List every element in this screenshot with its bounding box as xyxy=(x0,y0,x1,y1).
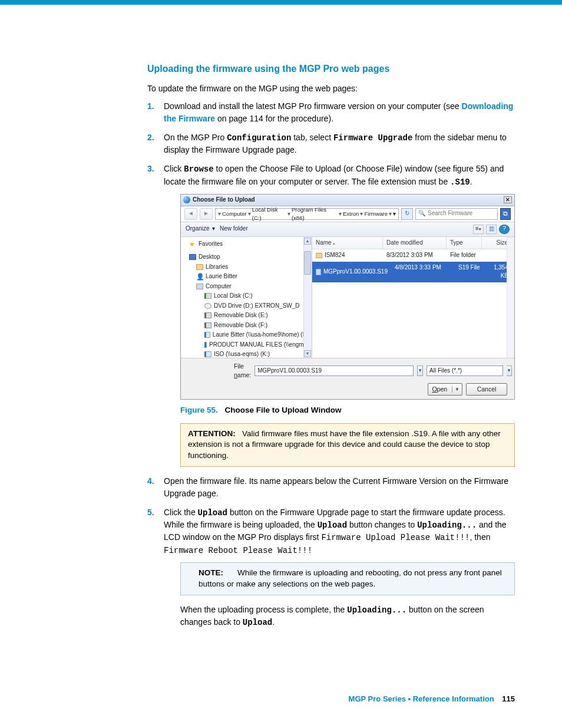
scroll-thumb[interactable] xyxy=(304,251,311,275)
tree-user[interactable]: Laurie Bitter xyxy=(206,272,237,281)
crumb-computer[interactable]: Computer xyxy=(222,210,247,218)
dialog-bottom: File name: MGPproV1.00.0003.S19 ▼ All Fi… xyxy=(181,358,514,399)
help-button[interactable]: ? xyxy=(499,225,510,234)
search-input[interactable]: 🔍 Search Firmware xyxy=(415,208,498,220)
configuration-tab-label: Configuration xyxy=(227,133,291,143)
step-1-text-a: Download and install the latest MGP Pro … xyxy=(164,101,462,111)
scroll-down-icon[interactable]: ▼ xyxy=(304,350,311,357)
new-folder-button[interactable]: New folder xyxy=(220,225,248,233)
figure-number: Figure 55. xyxy=(180,406,218,414)
search-placeholder: Search Firmware xyxy=(428,209,472,218)
back-button[interactable]: ◄ xyxy=(184,208,197,220)
netdrive-icon xyxy=(204,351,211,357)
intro-text: To update the firmware on the MGP using … xyxy=(147,83,515,94)
file-icon xyxy=(316,269,321,275)
crumb-progfiles[interactable]: Program Files (x86) xyxy=(292,206,338,222)
window-title: Choose File to Upload xyxy=(193,196,255,205)
tree-scrollbar[interactable]: ▲ ▼ xyxy=(303,237,312,358)
view-menu-button[interactable]: ≡ ▾ xyxy=(473,225,484,234)
toolbar: Organize ▾ New folder ≡ ▾ ▥ ? xyxy=(181,222,514,237)
step-3: Click Browse to open the Choose File to … xyxy=(147,163,515,467)
navigation-tree[interactable]: ★Favorites Desktop Libraries 👤Laurie Bit… xyxy=(181,237,312,358)
filename-dropdown[interactable]: ▼ xyxy=(417,365,423,376)
figure-caption: Figure 55. Choose File to Upload Window xyxy=(180,404,515,416)
restore-button[interactable]: ⧉ xyxy=(500,208,511,220)
step-3-c: . xyxy=(470,177,472,186)
filetype-filter[interactable]: All Files (*.*) xyxy=(427,365,503,376)
after-a: When the uploading process is complete, … xyxy=(180,605,347,614)
dvd-icon xyxy=(204,303,211,309)
filename-label: File name: xyxy=(234,362,251,380)
steps-list: Download and install the latest MGP Pro … xyxy=(147,100,515,628)
after-c: . xyxy=(272,617,275,627)
remdisk-icon xyxy=(204,312,211,318)
netdrive-icon xyxy=(204,342,207,348)
tree-remdisk-f[interactable]: Removable Disk (F:) xyxy=(214,321,267,330)
open-dropdown[interactable]: ▼ xyxy=(452,386,462,393)
footer-title: MGP Pro Series • Reference Information xyxy=(349,694,494,703)
filter-dropdown[interactable]: ▼ xyxy=(507,365,512,376)
close-button[interactable]: ✕ xyxy=(504,196,512,203)
tree-dvd[interactable]: DVD Drive (D:) EXTRON_SW_D xyxy=(214,302,300,311)
tree-cdrive[interactable]: Local Disk (C:) xyxy=(214,292,253,301)
folder-icon xyxy=(316,253,322,258)
file-list[interactable]: Name ▴ Date modified Type Size ISM824 8/… xyxy=(312,237,514,358)
step-5-e: , then xyxy=(470,532,490,542)
step-2-a: On the MGP Pro xyxy=(164,133,227,142)
breadcrumb-path[interactable]: ▾ Computer▾ Local Disk (C:)▾ Program Fil… xyxy=(215,208,399,220)
disk-icon xyxy=(204,293,211,299)
step-3-a: Click xyxy=(164,164,184,173)
col-type[interactable]: Type xyxy=(447,237,482,249)
s19-extension: .S19 xyxy=(450,177,470,187)
attention-callout: ATTENTION: Valid firmware files must hav… xyxy=(180,423,515,467)
libraries-icon xyxy=(196,264,203,270)
page-content: Uploading the firmware using the MGP Pro… xyxy=(0,5,562,659)
tree-net-k[interactable]: ISO (\\usa-eqms) (K:) xyxy=(214,350,270,358)
step-5-a: Click the xyxy=(164,508,198,517)
search-icon: 🔍 xyxy=(418,209,425,218)
upload-label-2: Upload xyxy=(318,521,347,530)
figure-title: Choose File to Upload Window xyxy=(225,406,342,414)
attention-label: ATTENTION: xyxy=(188,429,236,438)
file-row-mgppro-s19[interactable]: MGPproV1.00.0003.S19 4/8/2013 3:33 PM S1… xyxy=(312,262,514,282)
firmware-upgrade-label: Firmware Upgrade xyxy=(333,133,412,143)
upload-button-label: Upload xyxy=(198,508,227,518)
crumb-extron[interactable]: Extron xyxy=(343,210,359,218)
crumb-cdrive[interactable]: Local Disk (C:) xyxy=(252,206,286,222)
desktop-icon xyxy=(189,254,196,260)
navigation-bar: ◄ ► ▾ Computer▾ Local Disk (C:)▾ Program… xyxy=(181,206,514,222)
refresh-button[interactable]: ↻ xyxy=(401,208,413,220)
tree-desktop[interactable]: Desktop xyxy=(199,253,220,262)
tree-net-h[interactable]: Laurie Bitter (\\usa-home9\home) (H:) xyxy=(213,331,310,340)
cancel-button[interactable]: Cancel xyxy=(466,383,507,396)
col-date[interactable]: Date modified xyxy=(383,237,447,249)
tree-favorites[interactable]: Favorites xyxy=(199,240,223,249)
tree-computer[interactable]: Computer xyxy=(206,282,232,291)
organize-menu[interactable]: Organize ▾ xyxy=(186,225,216,233)
file-row-ism824[interactable]: ISM824 8/3/2012 3:03 PM File folder xyxy=(312,249,514,262)
step-5: Click the Upload button on the Firmware … xyxy=(147,506,515,629)
step-1: Download and install the latest MGP Pro … xyxy=(147,100,515,124)
tree-remdisk-e[interactable]: Removable Disk (E:) xyxy=(214,311,268,320)
netdrive-icon xyxy=(204,332,210,338)
col-name[interactable]: Name xyxy=(316,239,332,246)
scroll-up-icon[interactable]: ▲ xyxy=(304,238,311,245)
ie-globe-icon xyxy=(183,196,190,203)
tree-libraries[interactable]: Libraries xyxy=(206,263,228,272)
top-accent-bar xyxy=(0,0,562,5)
preview-pane-button[interactable]: ▥ xyxy=(486,225,497,234)
tree-net-j[interactable]: PRODUCT MANUAL FILES (\\engmt\doccontrol… xyxy=(209,341,312,350)
step-2: On the MGP Pro Configuration tab, select… xyxy=(147,131,515,156)
file-list-header[interactable]: Name ▴ Date modified Type Size xyxy=(312,237,514,250)
after-note-paragraph: When the uploading process is complete, … xyxy=(180,604,515,629)
page-number: 115 xyxy=(502,694,515,703)
forward-button[interactable]: ► xyxy=(200,208,213,220)
filename-input[interactable]: MGPproV1.00.0003.S19 xyxy=(254,365,414,376)
step-5-c: button changes to xyxy=(347,520,417,529)
crumb-firmware[interactable]: Firmware xyxy=(364,210,388,218)
uploading-label: Uploading... xyxy=(417,521,477,530)
file-scrollbar[interactable] xyxy=(507,237,514,358)
open-button[interactable]: Open▼ xyxy=(428,383,462,396)
uploading-btn-label: Uploading... xyxy=(347,605,406,615)
computer-icon xyxy=(196,284,203,289)
